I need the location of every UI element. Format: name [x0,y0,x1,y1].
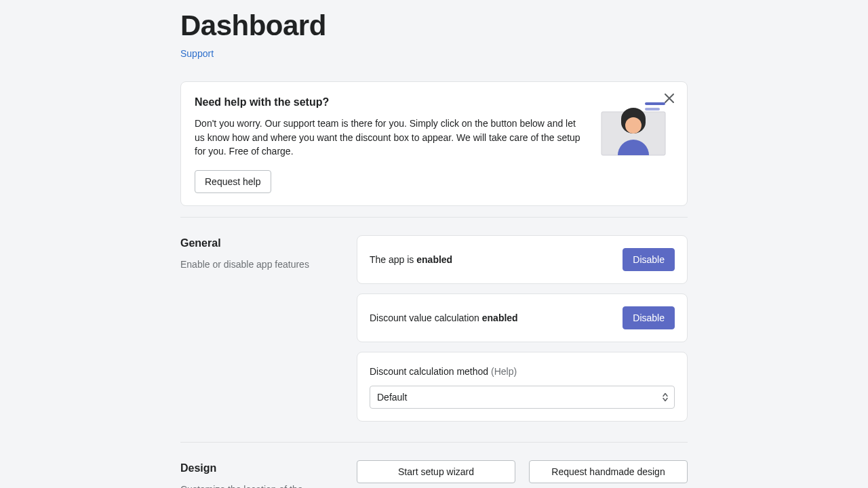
help-card-title: Need help with the setup? [195,94,588,110]
app-status-prefix: The app is [370,254,416,265]
discount-status-state: enabled [482,312,518,323]
help-card-body: Don't you worry. Our support team is the… [195,117,588,158]
svg-point-3 [625,117,642,134]
svg-rect-2 [645,108,660,110]
design-subtext: Customize the location of the discount f… [180,483,335,488]
design-heading: Design [180,460,335,476]
request-help-button[interactable]: Request help [195,170,271,193]
calc-method-select[interactable]: Default [370,386,675,409]
disable-discount-button[interactable]: Disable [623,306,675,329]
section-design: Design Customize the location of the dis… [180,460,688,488]
general-subtext: Enable or disable app features [180,258,335,271]
section-general: General Enable or disable app features T… [180,235,688,430]
page-title: Dashboard [180,5,688,47]
general-heading: General [180,235,335,251]
discount-status-text: Discount value calculation enabled [370,311,623,325]
help-card: Need help with the setup? Don't you worr… [180,81,688,206]
start-setup-wizard-button[interactable]: Start setup wizard [357,460,515,483]
calc-method-card: Discount calculation method (Help) Defau… [357,352,688,421]
help-illustration [599,97,673,165]
discount-status-prefix: Discount value calculation [370,312,482,323]
disable-app-button[interactable]: Disable [623,248,675,271]
discount-status-card: Discount value calculation enabled Disab… [357,293,688,342]
svg-rect-1 [645,102,665,105]
request-handmade-design-button[interactable]: Request handmade design [529,460,688,483]
app-status-state: enabled [416,254,452,265]
app-status-card: The app is enabled Disable [357,235,688,284]
support-link[interactable]: Support [180,47,214,60]
calc-method-label: Discount calculation method [370,366,491,377]
app-status-text: The app is enabled [370,253,623,266]
calc-method-help-link[interactable]: (Help) [491,366,517,377]
